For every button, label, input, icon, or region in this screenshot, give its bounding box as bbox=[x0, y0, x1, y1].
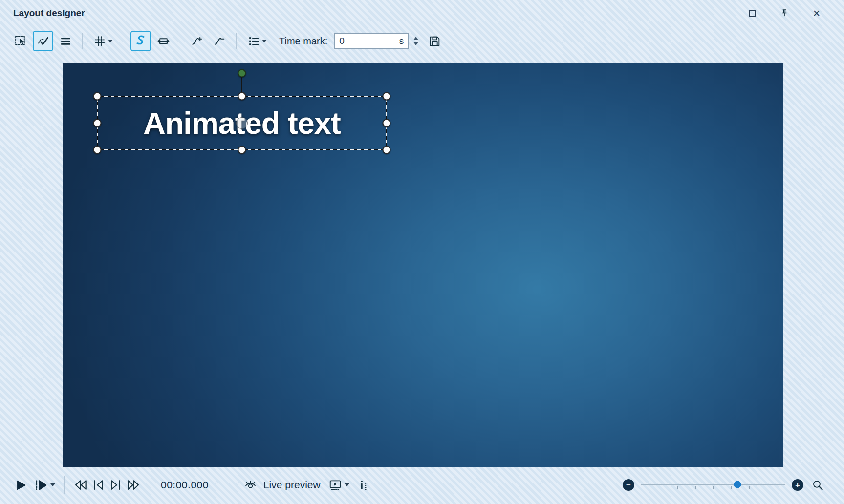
zoom-slider[interactable] bbox=[641, 479, 785, 491]
handle-top-middle[interactable] bbox=[238, 92, 246, 101]
play-from-mark-icon bbox=[34, 478, 48, 492]
bullet-list-icon bbox=[247, 35, 260, 48]
zoom-in-icon: + bbox=[795, 481, 800, 489]
curve-icon bbox=[134, 34, 148, 48]
rotation-handle[interactable] bbox=[238, 69, 246, 78]
selection-box: Animated text bbox=[97, 96, 387, 150]
zoom-slider-ticks bbox=[642, 486, 785, 489]
layers-button[interactable] bbox=[55, 31, 76, 51]
rewind-icon bbox=[73, 478, 88, 492]
handle-top-right[interactable] bbox=[383, 92, 391, 101]
spinner-up-icon[interactable] bbox=[413, 37, 418, 40]
transport-separator bbox=[235, 476, 235, 494]
pin-icon bbox=[779, 8, 790, 19]
toolbar-separator bbox=[236, 33, 237, 49]
zoom-out-button[interactable]: − bbox=[623, 479, 634, 491]
play-icon bbox=[14, 478, 28, 492]
zoom-in-button[interactable]: + bbox=[792, 479, 803, 491]
step-forward-icon bbox=[108, 478, 123, 492]
close-icon: ✕ bbox=[813, 9, 821, 18]
time-mark-spinner bbox=[413, 37, 418, 45]
toolbar-separator bbox=[180, 33, 180, 49]
zoom-slider-track[interactable] bbox=[641, 484, 785, 485]
transform-frame-icon bbox=[157, 35, 170, 48]
time-display: 00:00.000 bbox=[161, 479, 209, 491]
add-keyframe-icon bbox=[191, 35, 204, 48]
center-guide-horizontal bbox=[63, 265, 783, 265]
toolbar-separator bbox=[124, 33, 124, 49]
step-back-icon bbox=[91, 478, 106, 492]
layout-designer-window: Layout designer ✕ bbox=[0, 0, 844, 504]
play-from-mark-button[interactable] bbox=[32, 477, 57, 494]
preview-window-button[interactable] bbox=[327, 477, 351, 493]
titlebar[interactable]: Layout designer ✕ bbox=[0, 0, 844, 26]
save-layout-button[interactable] bbox=[424, 31, 445, 51]
time-mark-input[interactable] bbox=[339, 36, 399, 46]
layers-icon bbox=[59, 35, 72, 48]
select-tool-button[interactable] bbox=[10, 31, 31, 51]
center-anchor-handle[interactable] bbox=[236, 117, 248, 129]
panel-toggle-button[interactable] bbox=[356, 477, 372, 493]
remove-keyframe-button[interactable] bbox=[209, 31, 230, 51]
toolbar-separator bbox=[82, 33, 83, 49]
window-controls: ✕ bbox=[746, 7, 844, 20]
handle-bottom-left[interactable] bbox=[93, 146, 102, 154]
fast-forward-button[interactable] bbox=[125, 476, 142, 494]
zoom-out-icon: − bbox=[626, 481, 631, 489]
zoom-slider-thumb[interactable] bbox=[734, 481, 741, 488]
spinner-down-icon[interactable] bbox=[413, 42, 418, 45]
step-back-button[interactable] bbox=[89, 476, 107, 494]
close-button[interactable]: ✕ bbox=[810, 7, 823, 20]
handle-middle-right[interactable] bbox=[383, 119, 391, 127]
step-forward-button[interactable] bbox=[107, 476, 125, 494]
list-options-button[interactable] bbox=[243, 31, 271, 51]
zoom-controls: − + bbox=[623, 477, 826, 493]
grid-icon bbox=[93, 35, 107, 48]
chevron-down-icon bbox=[262, 40, 267, 42]
fast-forward-icon bbox=[126, 478, 141, 492]
design-canvas[interactable]: Animated text bbox=[63, 63, 783, 467]
transport-bar: 00:00.000 Live preview bbox=[0, 466, 844, 504]
chevron-down-icon bbox=[345, 483, 349, 486]
live-preview-toggle[interactable]: Live preview bbox=[242, 477, 327, 493]
handle-bottom-middle[interactable] bbox=[238, 146, 246, 154]
transport-separator bbox=[64, 476, 65, 494]
handle-top-left[interactable] bbox=[93, 92, 102, 101]
animation-path-toggle[interactable] bbox=[33, 31, 53, 51]
grid-options-button[interactable] bbox=[89, 31, 117, 51]
center-guide-vertical bbox=[423, 63, 423, 467]
live-preview-label: Live preview bbox=[263, 479, 321, 491]
toolbar: Time mark: s bbox=[0, 26, 844, 56]
chevron-down-icon bbox=[50, 483, 55, 486]
time-mark-label: Time mark: bbox=[279, 36, 327, 47]
eye-icon bbox=[244, 479, 257, 492]
preview-window-icon bbox=[328, 478, 342, 492]
magnifier-icon bbox=[811, 479, 824, 492]
animation-path-icon bbox=[37, 35, 50, 48]
time-mark-unit: s bbox=[399, 36, 404, 46]
add-keyframe-button[interactable] bbox=[187, 31, 207, 51]
select-tool-icon bbox=[14, 35, 27, 48]
curve-mode-toggle[interactable] bbox=[130, 31, 151, 51]
zoom-fit-button[interactable] bbox=[810, 477, 826, 493]
pin-button[interactable] bbox=[778, 7, 791, 20]
rewind-button[interactable] bbox=[72, 476, 89, 494]
save-icon bbox=[428, 35, 441, 48]
chevron-down-icon bbox=[108, 40, 113, 42]
handle-bottom-right[interactable] bbox=[383, 146, 391, 154]
play-button[interactable] bbox=[12, 477, 29, 494]
window-title: Layout designer bbox=[13, 8, 85, 19]
panel-toggle-icon bbox=[357, 479, 370, 492]
maximize-icon bbox=[749, 10, 756, 17]
handle-middle-left[interactable] bbox=[93, 119, 102, 127]
remove-keyframe-icon bbox=[213, 35, 226, 48]
time-mark-field: s bbox=[334, 33, 409, 49]
transform-frame-button[interactable] bbox=[153, 31, 173, 51]
maximize-button[interactable] bbox=[746, 7, 758, 20]
